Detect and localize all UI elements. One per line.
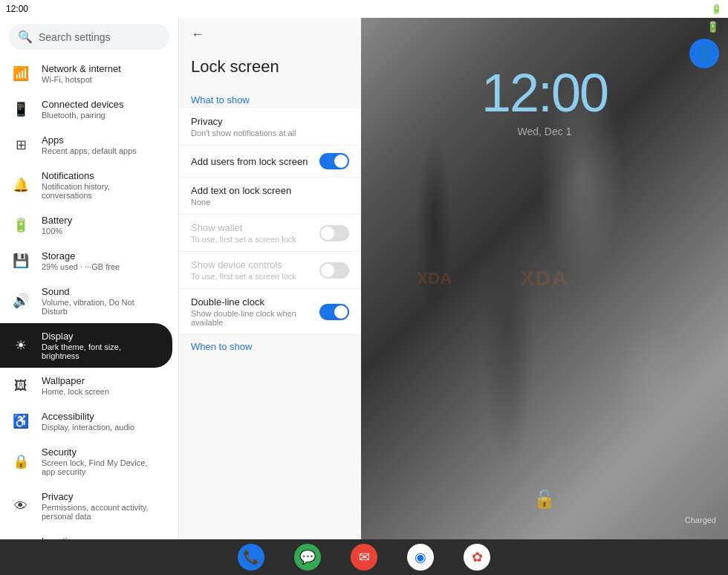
sidebar-label-accessibility: Accessibility [42, 411, 134, 422]
sidebar-sub-privacy: Permissions, account activity, personal … [42, 503, 160, 521]
sidebar-icon-security: 🔒 [12, 453, 30, 470]
status-battery-icon: 🔋 [711, 4, 722, 14]
unlock-icon[interactable]: 🔓 [533, 489, 556, 510]
back-button[interactable]: ← [191, 27, 204, 42]
setting-label-show-wallet: Show wallet [191, 222, 311, 233]
lock-charged: Charged [685, 516, 716, 524]
setting-item-add-text[interactable]: Add text on lock screen None [179, 178, 361, 215]
setting-label-add-text: Add text on lock screen [191, 185, 349, 196]
sidebar-item-storage[interactable]: 💾 Storage 29% used · ···GB free [0, 243, 172, 279]
sidebar-icon-notifications: 🔔 [12, 177, 30, 193]
toggle-double-clock[interactable] [319, 304, 349, 320]
search-icon: 🔍 [18, 30, 33, 44]
setting-sub-add-text: None [191, 198, 349, 207]
sidebar-icon-apps: ⊞ [12, 137, 30, 153]
sidebar-item-privacy[interactable]: 👁 Privacy Permissions, account activity,… [0, 484, 172, 528]
sidebar-icon-privacy: 👁 [12, 498, 30, 514]
sidebar-label-privacy: Privacy [42, 491, 160, 502]
sidebar-label-connected: Connected devices [42, 99, 124, 110]
lock-status-bar: 🔋 [361, 18, 728, 36]
sidebar-sub-security: Screen lock, Find My Device, app securit… [42, 458, 160, 476]
setting-sub-show-wallet: To use, first set a screen lock [191, 235, 311, 244]
setting-sub-show-device: To use, first set a screen lock [191, 272, 311, 281]
sidebar: 🔍 Search settings 📶 Network & internet W… [0, 18, 178, 539]
sidebar-icon-battery: 🔋 [12, 217, 30, 233]
avatar-icon: 👤 [695, 44, 715, 63]
section-label: When to show [179, 335, 361, 355]
dock-app-phone[interactable]: 📞 [238, 544, 264, 571]
center-panel: ← Lock screen What to show Privacy Don't… [178, 18, 361, 539]
sidebar-item-notifications[interactable]: 🔔 Notifications Notification history, co… [0, 163, 172, 207]
toggle-add-users[interactable] [319, 153, 349, 169]
toggle-show-device [319, 262, 349, 279]
sidebar-sub-network: Wi-Fi, hotspot [42, 75, 121, 84]
sidebar-sub-storage: 29% used · ···GB free [42, 262, 120, 271]
sidebar-item-display[interactable]: ☀ Display Dark theme, font size, brightn… [0, 323, 172, 368]
panel-header: ← [179, 18, 361, 51]
sidebar-sub-accessibility: Display, interaction, audio [42, 423, 134, 432]
sidebar-sub-connected: Bluetooth, pairing [42, 111, 124, 120]
sidebar-label-sound: Sound [42, 286, 160, 297]
lock-battery-icon: 🔋 [706, 21, 719, 33]
sidebar-icon-wallpaper: 🖼 [12, 378, 30, 394]
sidebar-item-battery[interactable]: 🔋 Battery 100% [0, 207, 172, 243]
sidebar-item-apps[interactable]: ⊞ Apps Recent apps, default apps [0, 127, 172, 163]
status-bar: 12:00 🔋 [0, 0, 728, 18]
setting-item-show-wallet: Show wallet To use, first set a screen l… [179, 215, 361, 252]
setting-label-privacy: Privacy [191, 116, 349, 127]
dock: 📞💬✉◉✿ [0, 539, 728, 575]
lock-screen: 🔋 👤 12:00 Wed, Dec 1 🔓 Charged XDA XDA [361, 18, 728, 539]
sidebar-item-network[interactable]: 📶 Network & internet Wi-Fi, hotspot [0, 56, 172, 91]
setting-label-add-users: Add users from lock screen [191, 156, 311, 167]
sidebar-sub-wallpaper: Home, lock screen [42, 387, 109, 396]
sidebar-label-network: Network & internet [42, 63, 121, 74]
sidebar-item-accessibility[interactable]: ♿ Accessibility Display, interaction, au… [0, 403, 172, 439]
search-bar[interactable]: 🔍 Search settings [9, 24, 169, 50]
sidebar-label-display: Display [42, 331, 160, 342]
setting-item-privacy[interactable]: Privacy Don't show notifications at all [179, 108, 361, 146]
setting-sub-privacy: Don't show notifications at all [191, 129, 349, 137]
lock-date: Wed, Dec 1 [361, 126, 728, 137]
dock-app-gmail[interactable]: ✉ [351, 544, 377, 571]
sidebar-sub-battery: 100% [42, 227, 72, 235]
toggle-show-wallet [319, 225, 349, 241]
section-label: What to show [179, 88, 361, 108]
dock-app-messages[interactable]: 💬 [294, 544, 321, 571]
setting-label-double-clock: Double-line clock [191, 296, 311, 308]
sidebar-item-connected[interactable]: 📱 Connected devices Bluetooth, pairing [0, 91, 172, 127]
sidebar-label-wallpaper: Wallpaper [42, 375, 109, 386]
setting-item-show-device: Show device controls To use, first set a… [179, 252, 361, 289]
setting-item-add-users[interactable]: Add users from lock screen [179, 146, 361, 178]
sidebar-icon-display: ☀ [12, 337, 30, 354]
panel-title: Lock screen [191, 57, 349, 77]
sidebar-icon-storage: 💾 [12, 253, 30, 269]
sidebar-sub-display: Dark theme, font size, brightness [42, 342, 160, 360]
sidebar-sub-notifications: Notification history, conversations [42, 182, 160, 200]
sidebar-label-apps: Apps [42, 134, 137, 146]
sidebar-label-storage: Storage [42, 250, 120, 261]
sidebar-item-security[interactable]: 🔒 Security Screen lock, Find My Device, … [0, 439, 172, 484]
dock-app-chrome[interactable]: ◉ [407, 544, 434, 571]
setting-label-show-device: Show device controls [191, 259, 311, 270]
sidebar-label-notifications: Notifications [42, 170, 160, 181]
setting-sub-double-clock: Show double-line clock when available [191, 309, 311, 327]
lock-time: 12:00 [361, 62, 728, 123]
sidebar-icon-sound: 🔊 [12, 293, 30, 309]
sidebar-icon-accessibility: ♿ [12, 413, 30, 429]
dock-app-photos[interactable]: ✿ [464, 544, 490, 571]
sidebar-sub-sound: Volume, vibration, Do Not Disturb [42, 298, 160, 316]
sidebar-item-location[interactable]: 📍 Location On · 1 app has access to loca… [0, 528, 172, 539]
sidebar-label-battery: Battery [42, 215, 72, 226]
search-placeholder: Search settings [39, 31, 111, 43]
sidebar-icon-connected: 📱 [12, 101, 30, 117]
setting-item-double-clock[interactable]: Double-line clock Show double-line clock… [179, 289, 361, 335]
lock-bottom: 🔓 [361, 489, 728, 510]
sidebar-sub-apps: Recent apps, default apps [42, 146, 137, 155]
sidebar-icon-network: 📶 [12, 65, 30, 82]
sidebar-label-security: Security [42, 446, 160, 458]
sidebar-item-sound[interactable]: 🔊 Sound Volume, vibration, Do Not Distur… [0, 279, 172, 323]
status-time: 12:00 [6, 4, 28, 14]
sidebar-item-wallpaper[interactable]: 🖼 Wallpaper Home, lock screen [0, 368, 172, 403]
